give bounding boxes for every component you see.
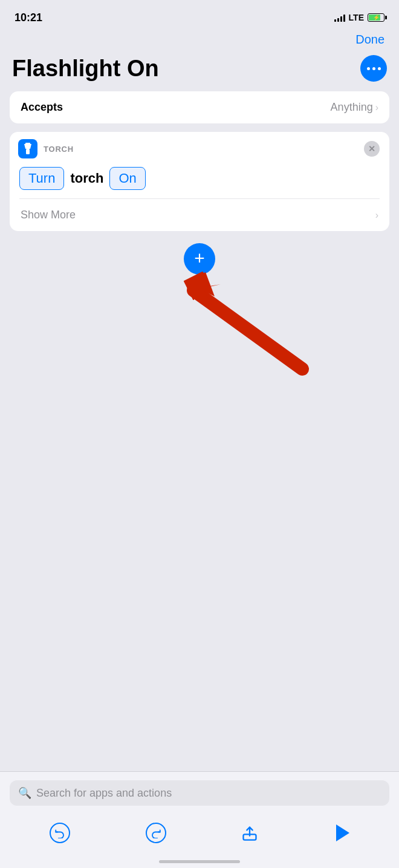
torch-close-button[interactable]: ✕ (364, 141, 380, 157)
svg-marker-3 (193, 284, 221, 305)
arrow-annotation (145, 260, 314, 381)
search-icon: 🔍 (18, 786, 31, 800)
on-token[interactable]: On (109, 167, 145, 190)
svg-rect-0 (26, 149, 30, 154)
show-more-chevron-icon: › (375, 210, 378, 221)
home-indicator (159, 860, 240, 863)
show-more-row[interactable]: Show More › (10, 199, 389, 231)
search-bar[interactable]: 🔍 Search for apps and actions (10, 780, 389, 806)
done-button[interactable]: Done (355, 33, 384, 47)
lte-label: LTE (349, 13, 364, 22)
svg-rect-1 (25, 143, 30, 145)
bottom-toolbar (0, 812, 399, 858)
plus-icon: + (194, 249, 205, 267)
torch-card: TORCH ✕ Turn torch On Show More › (10, 132, 389, 231)
torch-icon-label: TORCH (18, 139, 74, 158)
undo-icon (50, 823, 70, 843)
redo-icon (146, 823, 166, 843)
accepts-value-text: Anything (331, 101, 373, 114)
torch-label: TORCH (44, 145, 74, 154)
undo-button[interactable] (45, 818, 75, 848)
torch-token: torch (70, 171, 103, 186)
title-row: Flashlight On (0, 53, 399, 91)
add-action-button[interactable]: + (184, 243, 215, 275)
torch-svg-icon (22, 143, 33, 155)
play-icon (336, 824, 349, 841)
turn-token[interactable]: Turn (19, 167, 64, 190)
redo-button[interactable] (141, 818, 171, 848)
share-icon (241, 824, 258, 841)
torch-header: TORCH ✕ (10, 132, 389, 163)
play-button[interactable] (329, 820, 354, 846)
show-more-label: Show More (21, 209, 76, 221)
bottom-section: 🔍 Search for apps and actions (0, 771, 399, 868)
torch-icon (18, 139, 37, 158)
accepts-card[interactable]: Accepts Anything › (10, 91, 389, 123)
more-dots-icon (367, 67, 381, 70)
search-placeholder-text: Search for apps and actions (36, 787, 172, 800)
accepts-value: Anything › (331, 101, 378, 114)
search-bar-container: 🔍 Search for apps and actions (0, 772, 399, 812)
torch-action-row: Turn torch On (10, 163, 389, 198)
svg-marker-2 (184, 272, 284, 363)
signal-icon (334, 13, 345, 22)
share-button[interactable] (236, 820, 263, 846)
accepts-label: Accepts (21, 101, 63, 114)
add-button-container: + (0, 243, 399, 275)
status-bar: 10:21 LTE ⚡ (0, 0, 399, 30)
header: Done (0, 30, 399, 53)
more-options-button[interactable] (360, 55, 387, 82)
battery-icon: ⚡ (368, 13, 384, 22)
page-title: Flashlight On (12, 56, 159, 82)
status-time: 10:21 (15, 11, 42, 24)
accepts-chevron-icon: › (375, 102, 378, 113)
status-icons: LTE ⚡ (334, 13, 384, 22)
svg-marker-4 (184, 272, 215, 296)
